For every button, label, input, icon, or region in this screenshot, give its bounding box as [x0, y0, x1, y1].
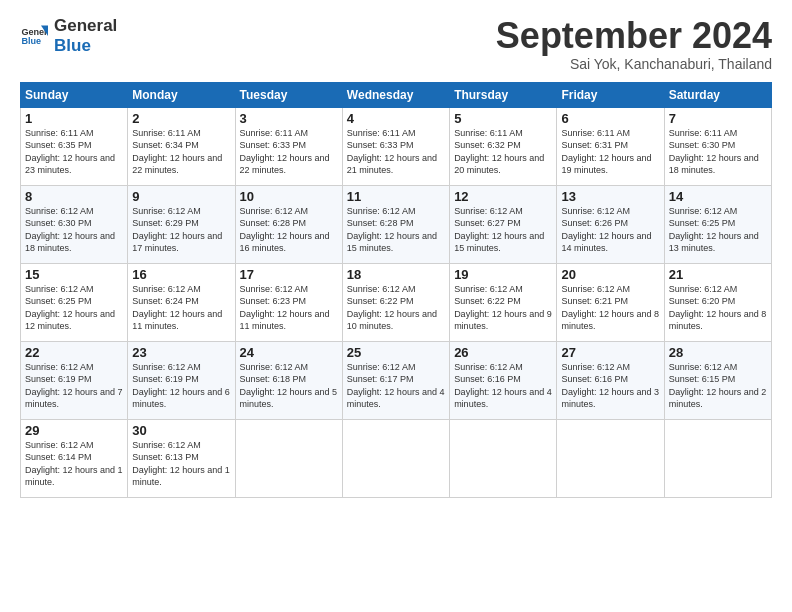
cell-week1-day4: 5 Sunrise: 6:11 AMSunset: 6:32 PMDayligh… [450, 107, 557, 185]
cell-week3-day0: 15 Sunrise: 6:12 AMSunset: 6:25 PMDaylig… [21, 263, 128, 341]
day-info: Sunrise: 6:12 AMSunset: 6:29 PMDaylight:… [132, 205, 230, 255]
day-info: Sunrise: 6:11 AMSunset: 6:30 PMDaylight:… [669, 127, 767, 177]
day-number: 23 [132, 345, 230, 360]
logo-text-general: General [54, 16, 117, 36]
cell-week1-day2: 3 Sunrise: 6:11 AMSunset: 6:33 PMDayligh… [235, 107, 342, 185]
day-number: 7 [669, 111, 767, 126]
col-sunday: Sunday [21, 82, 128, 107]
day-number: 13 [561, 189, 659, 204]
cell-week2-day6: 14 Sunrise: 6:12 AMSunset: 6:25 PMDaylig… [664, 185, 771, 263]
day-info: Sunrise: 6:11 AMSunset: 6:34 PMDaylight:… [132, 127, 230, 177]
day-number: 26 [454, 345, 552, 360]
day-info: Sunrise: 6:12 AMSunset: 6:14 PMDaylight:… [25, 439, 123, 489]
day-info: Sunrise: 6:12 AMSunset: 6:19 PMDaylight:… [132, 361, 230, 411]
col-wednesday: Wednesday [342, 82, 449, 107]
day-info: Sunrise: 6:12 AMSunset: 6:23 PMDaylight:… [240, 283, 338, 333]
day-info: Sunrise: 6:12 AMSunset: 6:25 PMDaylight:… [25, 283, 123, 333]
cell-week4-day6: 28 Sunrise: 6:12 AMSunset: 6:15 PMDaylig… [664, 341, 771, 419]
calendar-table: Sunday Monday Tuesday Wednesday Thursday… [20, 82, 772, 498]
day-info: Sunrise: 6:12 AMSunset: 6:25 PMDaylight:… [669, 205, 767, 255]
cell-week1-day5: 6 Sunrise: 6:11 AMSunset: 6:31 PMDayligh… [557, 107, 664, 185]
col-saturday: Saturday [664, 82, 771, 107]
week-row-5: 29 Sunrise: 6:12 AMSunset: 6:14 PMDaylig… [21, 419, 772, 497]
week-row-1: 1 Sunrise: 6:11 AMSunset: 6:35 PMDayligh… [21, 107, 772, 185]
day-number: 19 [454, 267, 552, 282]
cell-week5-day1: 30 Sunrise: 6:12 AMSunset: 6:13 PMDaylig… [128, 419, 235, 497]
cell-week3-day6: 21 Sunrise: 6:12 AMSunset: 6:20 PMDaylig… [664, 263, 771, 341]
day-info: Sunrise: 6:12 AMSunset: 6:13 PMDaylight:… [132, 439, 230, 489]
day-number: 21 [669, 267, 767, 282]
cell-week1-day6: 7 Sunrise: 6:11 AMSunset: 6:30 PMDayligh… [664, 107, 771, 185]
calendar-page: General Blue General Blue General Blue S… [0, 0, 792, 612]
day-info: Sunrise: 6:12 AMSunset: 6:18 PMDaylight:… [240, 361, 338, 411]
day-number: 1 [25, 111, 123, 126]
day-number: 24 [240, 345, 338, 360]
cell-week4-day0: 22 Sunrise: 6:12 AMSunset: 6:19 PMDaylig… [21, 341, 128, 419]
day-info: Sunrise: 6:11 AMSunset: 6:35 PMDaylight:… [25, 127, 123, 177]
day-info: Sunrise: 6:12 AMSunset: 6:24 PMDaylight:… [132, 283, 230, 333]
day-number: 8 [25, 189, 123, 204]
day-number: 16 [132, 267, 230, 282]
day-info: Sunrise: 6:12 AMSunset: 6:30 PMDaylight:… [25, 205, 123, 255]
cell-week2-day2: 10 Sunrise: 6:12 AMSunset: 6:28 PMDaylig… [235, 185, 342, 263]
cell-week3-day3: 18 Sunrise: 6:12 AMSunset: 6:22 PMDaylig… [342, 263, 449, 341]
day-number: 2 [132, 111, 230, 126]
cell-week3-day5: 20 Sunrise: 6:12 AMSunset: 6:21 PMDaylig… [557, 263, 664, 341]
day-info: Sunrise: 6:12 AMSunset: 6:15 PMDaylight:… [669, 361, 767, 411]
day-info: Sunrise: 6:12 AMSunset: 6:22 PMDaylight:… [454, 283, 552, 333]
day-number: 25 [347, 345, 445, 360]
day-number: 4 [347, 111, 445, 126]
day-info: Sunrise: 6:11 AMSunset: 6:31 PMDaylight:… [561, 127, 659, 177]
svg-text:Blue: Blue [21, 37, 41, 47]
title-area: September 2024 Sai Yok, Kanchanaburi, Th… [496, 16, 772, 72]
day-number: 29 [25, 423, 123, 438]
day-info: Sunrise: 6:12 AMSunset: 6:19 PMDaylight:… [25, 361, 123, 411]
cell-week5-day6 [664, 419, 771, 497]
cell-week1-day1: 2 Sunrise: 6:11 AMSunset: 6:34 PMDayligh… [128, 107, 235, 185]
day-number: 15 [25, 267, 123, 282]
cell-week5-day3 [342, 419, 449, 497]
day-info: Sunrise: 6:12 AMSunset: 6:28 PMDaylight:… [240, 205, 338, 255]
cell-week4-day2: 24 Sunrise: 6:12 AMSunset: 6:18 PMDaylig… [235, 341, 342, 419]
location-subtitle: Sai Yok, Kanchanaburi, Thailand [496, 56, 772, 72]
day-number: 14 [669, 189, 767, 204]
cell-week4-day4: 26 Sunrise: 6:12 AMSunset: 6:16 PMDaylig… [450, 341, 557, 419]
day-number: 11 [347, 189, 445, 204]
week-row-3: 15 Sunrise: 6:12 AMSunset: 6:25 PMDaylig… [21, 263, 772, 341]
day-info: Sunrise: 6:12 AMSunset: 6:22 PMDaylight:… [347, 283, 445, 333]
day-number: 17 [240, 267, 338, 282]
cell-week5-day0: 29 Sunrise: 6:12 AMSunset: 6:14 PMDaylig… [21, 419, 128, 497]
week-row-4: 22 Sunrise: 6:12 AMSunset: 6:19 PMDaylig… [21, 341, 772, 419]
day-info: Sunrise: 6:12 AMSunset: 6:16 PMDaylight:… [454, 361, 552, 411]
day-number: 27 [561, 345, 659, 360]
cell-week4-day5: 27 Sunrise: 6:12 AMSunset: 6:16 PMDaylig… [557, 341, 664, 419]
cell-week2-day5: 13 Sunrise: 6:12 AMSunset: 6:26 PMDaylig… [557, 185, 664, 263]
cell-week4-day1: 23 Sunrise: 6:12 AMSunset: 6:19 PMDaylig… [128, 341, 235, 419]
day-number: 3 [240, 111, 338, 126]
day-info: Sunrise: 6:11 AMSunset: 6:33 PMDaylight:… [347, 127, 445, 177]
cell-week1-day3: 4 Sunrise: 6:11 AMSunset: 6:33 PMDayligh… [342, 107, 449, 185]
logo: General Blue General Blue General Blue [20, 16, 117, 57]
day-info: Sunrise: 6:12 AMSunset: 6:27 PMDaylight:… [454, 205, 552, 255]
col-friday: Friday [557, 82, 664, 107]
day-number: 22 [25, 345, 123, 360]
day-info: Sunrise: 6:11 AMSunset: 6:33 PMDaylight:… [240, 127, 338, 177]
cell-week2-day3: 11 Sunrise: 6:12 AMSunset: 6:28 PMDaylig… [342, 185, 449, 263]
day-number: 10 [240, 189, 338, 204]
day-info: Sunrise: 6:12 AMSunset: 6:20 PMDaylight:… [669, 283, 767, 333]
day-number: 12 [454, 189, 552, 204]
day-info: Sunrise: 6:12 AMSunset: 6:28 PMDaylight:… [347, 205, 445, 255]
col-thursday: Thursday [450, 82, 557, 107]
week-row-2: 8 Sunrise: 6:12 AMSunset: 6:30 PMDayligh… [21, 185, 772, 263]
cell-week3-day4: 19 Sunrise: 6:12 AMSunset: 6:22 PMDaylig… [450, 263, 557, 341]
cell-week2-day0: 8 Sunrise: 6:12 AMSunset: 6:30 PMDayligh… [21, 185, 128, 263]
cell-week5-day4 [450, 419, 557, 497]
header-row: Sunday Monday Tuesday Wednesday Thursday… [21, 82, 772, 107]
logo-icon: General Blue [20, 22, 48, 50]
logo-text-blue: Blue [54, 36, 117, 56]
day-number: 9 [132, 189, 230, 204]
day-info: Sunrise: 6:12 AMSunset: 6:17 PMDaylight:… [347, 361, 445, 411]
cell-week3-day1: 16 Sunrise: 6:12 AMSunset: 6:24 PMDaylig… [128, 263, 235, 341]
col-tuesday: Tuesday [235, 82, 342, 107]
day-number: 20 [561, 267, 659, 282]
